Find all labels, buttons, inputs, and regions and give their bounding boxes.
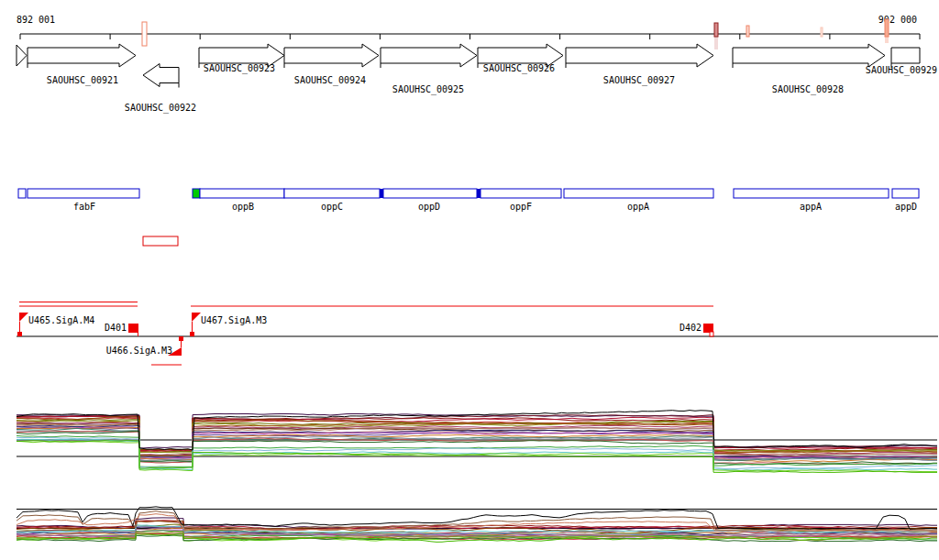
gene-label: SAOUHSC_00927 (603, 75, 675, 86)
ruler-mark-shadow (714, 37, 718, 49)
gene-label: SAOUHSC_00926 (483, 63, 555, 74)
feature-box[interactable] (18, 189, 26, 198)
feature-box-oppA[interactable] (564, 189, 713, 198)
gene-label: SAOUHSC_00922 (125, 103, 196, 114)
gene-arrow-SAOUHSC_00924[interactable] (284, 44, 379, 67)
ruler-event-mark[interactable] (714, 23, 718, 37)
feature-box[interactable] (193, 189, 200, 198)
tss-marker-U467.SigA.M3[interactable] (190, 313, 201, 336)
terminator-label: D402 (679, 323, 701, 333)
feature-label: fabF (73, 202, 95, 212)
gene-arrow-SAOUHSC_00922[interactable] (143, 64, 179, 87)
operon-feature-track: fabFoppBoppCoppDoppFoppAappAappD (18, 189, 919, 246)
feature-junction-mark (477, 189, 481, 198)
gene-arrow-SAOUHSC_00925[interactable] (381, 44, 477, 67)
terminator-marker-D401[interactable] (128, 324, 138, 336)
gene-arrow-SAOUHSC_00928[interactable] (733, 44, 885, 67)
terminator-label: D401 (105, 323, 127, 333)
feature-box-appA[interactable] (734, 189, 889, 198)
gene-label: SAOUHSC_00921 (47, 75, 118, 86)
feature-label: oppA (627, 202, 649, 212)
feature-label: appA (800, 202, 822, 212)
tss-label: U467.SigA.M3 (201, 315, 267, 325)
gene-arrow-SAOUHSC_00921[interactable] (28, 44, 136, 67)
tss-terminator-track: U465.SigA.M4U467.SigA.M3U466.SigA.M3D401… (17, 302, 938, 366)
genome-browser: 892 001 902 000 SAOUHSC_00921SAOUHSC_009… (0, 0, 939, 560)
gene-arrow-SAOUHSC_00927[interactable] (566, 44, 713, 67)
gene-label: SAOUHSC_00924 (294, 75, 366, 86)
tss-label: U465.SigA.M4 (28, 315, 94, 325)
region-end-coordinate: 902 000 (878, 15, 917, 25)
tss-flag-right (19, 313, 28, 322)
feature-junction-mark (380, 189, 383, 198)
gene-arrow-partial[interactable] (17, 45, 27, 66)
expression-track-forward (17, 411, 937, 473)
region-start-coordinate: 892 001 (17, 15, 55, 25)
gene-track: SAOUHSC_00921SAOUHSC_00922SAOUHSC_00923S… (17, 44, 937, 114)
coordinate-ruler (20, 19, 920, 49)
feature-label: appD (895, 202, 917, 212)
ruler-event-mark[interactable] (746, 26, 749, 37)
feature-label: oppD (418, 202, 440, 212)
gene-label: SAOUHSC_00925 (392, 84, 464, 95)
gene-arrow-SAOUHSC_00929[interactable] (891, 48, 920, 63)
tss-label: U466.SigA.M3 (106, 346, 172, 356)
feature-box-fabF[interactable] (28, 189, 139, 198)
tss-marker-U465.SigA.M4[interactable] (17, 313, 28, 336)
expression-track-reverse (17, 507, 937, 543)
ruler-event-mark[interactable] (885, 19, 889, 37)
ruler-event-mark[interactable] (821, 27, 823, 37)
gene-label: SAOUHSC_00923 (204, 63, 275, 74)
terminator-marker-D402[interactable] (703, 324, 713, 336)
feature-box-oppC[interactable] (284, 189, 380, 198)
feature-box-oppF[interactable] (481, 189, 561, 198)
feature-label: oppF (510, 202, 532, 212)
gene-label: SAOUHSC_00929 (866, 65, 937, 76)
genome-browser-canvas: 892 001 902 000 SAOUHSC_00921SAOUHSC_009… (0, 0, 939, 560)
ruler-mark-shadow (885, 37, 889, 43)
feature-label: oppB (232, 202, 254, 212)
unassigned-feature-box[interactable] (143, 236, 178, 246)
feature-box-oppD[interactable] (383, 189, 477, 198)
ruler-event-mark[interactable] (142, 22, 147, 46)
feature-box-appD[interactable] (892, 189, 919, 198)
tss-flag-right (192, 313, 201, 322)
feature-box-oppB[interactable] (200, 189, 284, 198)
gene-label: SAOUHSC_00928 (772, 84, 844, 95)
feature-label: oppC (321, 202, 343, 212)
